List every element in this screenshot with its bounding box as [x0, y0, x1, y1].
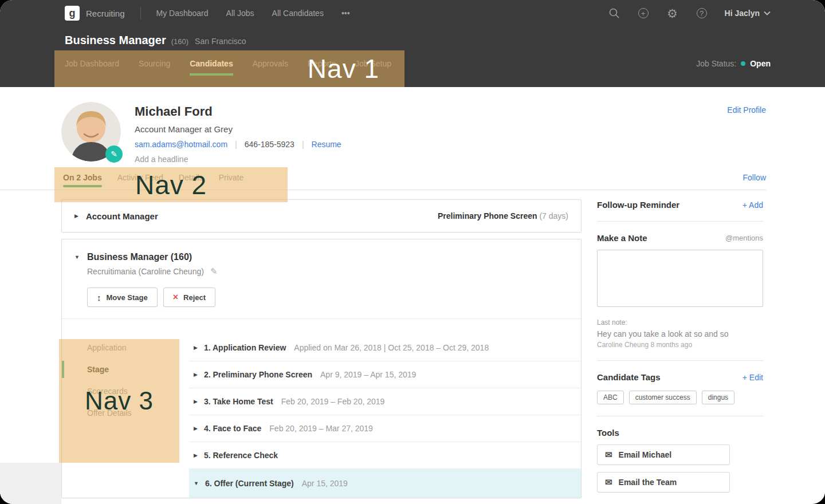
annotation-label: Nav 1	[308, 56, 379, 82]
rail-divider	[597, 221, 763, 222]
add-reminder-link[interactable]: + Add	[742, 200, 763, 210]
candidate-name: Michael Ford	[135, 104, 341, 119]
expanded-job-header: ▼ Business Manager (160) Recruitimania (…	[62, 252, 581, 307]
annotation-overlay-nav2: Nav 2	[54, 167, 288, 202]
stage-row-take-home-test[interactable]: ▶ 3. Take Home Test Feb 20, 2019 – Feb 2…	[189, 388, 581, 415]
expand-arrow-icon: ▶	[194, 372, 198, 377]
email-team-button[interactable]: ✉ Email the Team	[597, 472, 730, 493]
expanded-job-title: Business Manager (160)	[87, 252, 192, 262]
nav-all-jobs[interactable]: All Jobs	[226, 9, 254, 18]
contact-separator: |	[302, 140, 304, 149]
greenhouse-logo[interactable]: g	[65, 6, 80, 21]
collapse-arrow-icon: ▼	[194, 481, 199, 486]
app-window: g Recruiting My Dashboard All Jobs All C…	[0, 0, 825, 504]
edit-tags-link[interactable]: + Edit	[742, 373, 763, 382]
top-nav: My Dashboard All Jobs All Candidates •••	[156, 9, 350, 18]
expanded-job-subtitle: Recruitimania (Caroline Cheung)	[87, 267, 204, 276]
tag-chip[interactable]: dingus	[702, 391, 734, 404]
expanded-job-title-row[interactable]: ▼ Business Manager (160)	[74, 252, 568, 262]
greeting-label: Hi Jaclyn	[725, 9, 760, 18]
follow-up-title: Follow-up Reminder	[597, 200, 679, 210]
resume-link[interactable]: Resume	[312, 140, 341, 149]
move-stage-button[interactable]: ↕ Move Stage	[87, 288, 158, 307]
follow-up-section-head: Follow-up Reminder + Add	[597, 200, 763, 210]
edit-photo-pencil-icon[interactable]: ✎	[105, 145, 123, 163]
tag-chip[interactable]: customer success	[629, 391, 697, 404]
add-icon[interactable]: +	[637, 7, 650, 19]
help-icon[interactable]: ?	[696, 7, 708, 19]
expand-arrow-icon[interactable]: ▶	[74, 213, 78, 219]
last-note-label: Last note:	[597, 318, 763, 326]
candidate-contact: sam.adams@hotmail.com | 646-185-5923 | R…	[135, 140, 341, 149]
collapsed-job-status: Preliminary Phone Screen (7 days)	[438, 211, 568, 220]
envelope-icon: ✉	[605, 477, 612, 487]
tag-chip[interactable]: ABC	[597, 391, 624, 404]
candidate-email-link[interactable]: sam.adams@hotmail.com	[135, 140, 227, 149]
profile-info: Michael Ford Account Manager at Grey sam…	[135, 102, 341, 164]
move-stage-icon: ↕	[97, 293, 101, 302]
edit-profile-link[interactable]: Edit Profile	[727, 105, 766, 115]
follow-link[interactable]: Follow	[743, 173, 766, 190]
nav-my-dashboard[interactable]: My Dashboard	[156, 9, 209, 18]
note-input[interactable]	[597, 250, 763, 307]
note-section-head: Make a Note @mentions	[597, 233, 763, 243]
contact-separator: |	[235, 140, 237, 149]
stage-actions: ↕ Move Stage × Reject	[87, 288, 568, 307]
gear-icon[interactable]: ⚙	[666, 7, 679, 19]
rail-divider	[597, 416, 763, 416]
collapse-arrow-icon[interactable]: ▼	[74, 254, 80, 260]
search-icon[interactable]	[608, 7, 620, 19]
reject-x-icon: ×	[173, 293, 178, 302]
expand-arrow-icon: ▶	[194, 426, 198, 431]
stage-row-preliminary-phone-screen[interactable]: ▶ 2. Preliminary Phone Screen Apr 9, 201…	[189, 361, 581, 388]
stage-row-face-to-face[interactable]: ▶ 4. Face to Face Feb 20, 2019 – Mar 27,…	[189, 415, 581, 442]
job-status-value[interactable]: Open	[750, 59, 771, 68]
topbar-divider	[140, 7, 141, 19]
more-menu-icon[interactable]: •••	[341, 9, 350, 18]
expand-arrow-icon: ▶	[194, 345, 198, 351]
tags-section-head: Candidate Tags + Edit	[597, 372, 763, 382]
expanded-job-subtitle-row: Recruitimania (Caroline Cheung) ✎	[87, 266, 568, 277]
job-title-row: Business Manager (160) San Francisco	[0, 26, 825, 47]
chevron-down-icon	[764, 11, 771, 15]
topbar-actions: + ⚙ ? Hi Jaclyn	[608, 7, 771, 19]
annotation-overlay-nav3: Nav 3	[59, 339, 179, 463]
right-rail: Follow-up Reminder + Add Make a Note @me…	[597, 199, 763, 493]
tag-list: ABC customer success dingus	[597, 391, 763, 404]
envelope-icon: ✉	[605, 450, 612, 460]
nav-all-candidates[interactable]: All Candidates	[272, 9, 324, 18]
email-michael-button[interactable]: ✉ Email Michael	[597, 444, 730, 465]
stage-list: ▶ 1. Application Review Applied on Mar 2…	[189, 319, 581, 498]
expand-arrow-icon: ▶	[194, 399, 198, 404]
last-note-text: Hey can you take a look at so and so	[597, 329, 763, 338]
job-count: (160)	[171, 37, 188, 46]
annotation-label: Nav 2	[135, 172, 207, 198]
stage-row-offer-current[interactable]: ▼ 6. Offer (Current Stage) Apr 15, 2019	[189, 468, 581, 498]
job-card-account-manager[interactable]: ▶ Account Manager Preliminary Phone Scre…	[61, 199, 582, 233]
collapsed-job-title: Account Manager	[86, 211, 158, 221]
job-title: Business Manager	[65, 34, 166, 47]
collapsed-stage-name: Preliminary Phone Screen	[438, 211, 537, 220]
job-status-label: Job Status:	[696, 59, 736, 68]
job-location: San Francisco	[195, 37, 246, 46]
product-name: Recruiting	[86, 9, 125, 18]
candidate-profile: ✎ Michael Ford Account Manager at Grey s…	[0, 87, 825, 164]
avatar-wrap: ✎	[61, 102, 121, 162]
user-menu[interactable]: Hi Jaclyn	[725, 9, 771, 18]
annotation-label: Nav 3	[85, 388, 154, 414]
candidate-phone: 646-185-5923	[245, 140, 294, 149]
edit-recruiter-pencil-icon[interactable]: ✎	[210, 266, 218, 277]
stage-row-application-review[interactable]: ▶ 1. Application Review Applied on Mar 2…	[189, 334, 581, 361]
top-bar: g Recruiting My Dashboard All Jobs All C…	[0, 0, 825, 26]
add-headline-field[interactable]: Add a headline	[135, 155, 341, 164]
candidate-tags-title: Candidate Tags	[597, 372, 661, 382]
page-background-patch	[0, 463, 61, 504]
expand-arrow-icon: ▶	[194, 452, 198, 458]
make-note-title: Make a Note	[597, 233, 647, 243]
status-dot-icon	[741, 61, 745, 66]
stage-row-reference-check[interactable]: ▶ 5. Reference Check	[189, 442, 581, 468]
tools-title: Tools	[597, 428, 763, 438]
collapsed-stage-duration: (7 days)	[539, 211, 568, 220]
mentions-label: @mentions	[725, 234, 763, 242]
reject-button[interactable]: × Reject	[163, 288, 215, 307]
